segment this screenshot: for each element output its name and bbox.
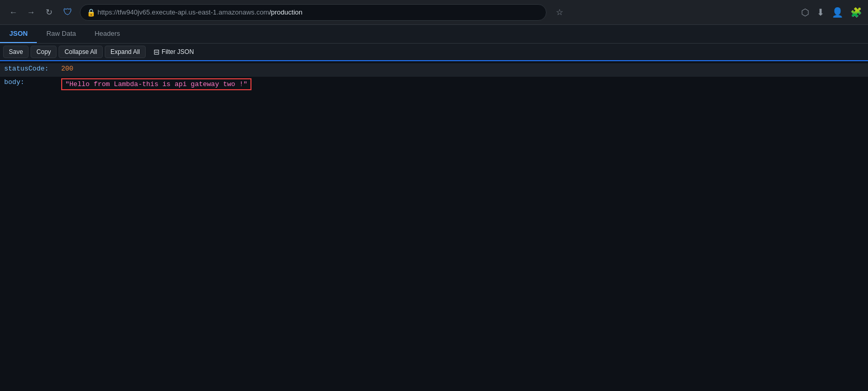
url-base: https://tfw940jv65.execute-api.us-east-1… [97,8,269,16]
profile-icon[interactable]: 👤 [832,7,843,18]
toolbar: Save Copy Collapse All Expand All ⊟ Filt… [0,44,868,61]
address-text: https://tfw940jv65.execute-api.us-east-1… [97,8,540,16]
address-bar[interactable]: 🔒 https://tfw940jv65.execute-api.us-east… [80,4,547,21]
expand-all-button[interactable]: Expand All [105,46,146,58]
filter-icon: ⊟ [153,48,160,56]
browser-chrome: ← → ↻ 🛡 🔒 https://tfw940jv65.execute-api… [0,0,868,25]
lock-icon: 🔒 [87,8,95,17]
refresh-button[interactable]: ↻ [41,5,56,20]
body-key: body: [4,78,61,86]
nav-buttons: ← → ↻ [6,5,56,20]
browser-actions: ⬡ ⬇ 👤 🧩 [801,7,862,18]
save-button[interactable]: Save [3,46,29,58]
status-code-value: 200 [61,65,73,73]
body-value: "Hello from Lambda-this is api gateway t… [61,78,251,90]
back-button[interactable]: ← [6,5,21,20]
filter-json-button[interactable]: ⊟ Filter JSON [148,46,200,58]
bookmark-star-icon[interactable]: ☆ [556,7,563,17]
pocket-icon[interactable]: ⬡ [801,7,809,18]
tab-bar: JSON Raw Data Headers [0,25,868,44]
download-icon[interactable]: ⬇ [817,7,824,18]
filter-json-label: Filter JSON [162,48,194,55]
tab-raw-data[interactable]: Raw Data [37,25,85,43]
json-row-body: body: "Hello from Lambda-this is api gat… [0,77,868,92]
copy-button[interactable]: Copy [31,46,57,58]
collapse-all-button[interactable]: Collapse All [59,46,103,58]
forward-button[interactable]: → [24,5,38,20]
tab-headers[interactable]: Headers [85,25,129,43]
extensions-icon[interactable]: 🧩 [850,7,862,18]
url-path: /production [269,8,302,16]
json-content: statusCode: 200 body: "Hello from Lambda… [0,61,868,94]
tab-json[interactable]: JSON [0,25,37,43]
shield-icon: 🛡 [63,7,73,18]
json-row-status-code: statusCode: 200 [0,63,868,77]
status-code-key: statusCode: [4,65,61,73]
